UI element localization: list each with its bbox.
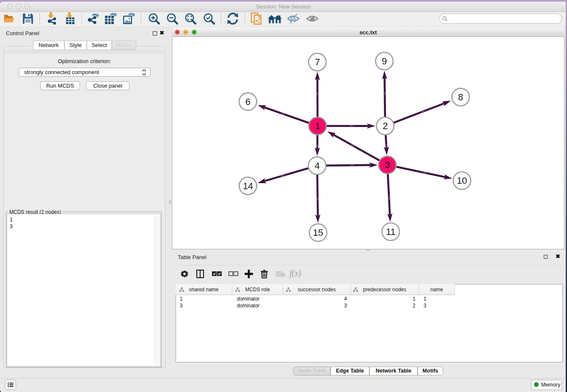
- svg-text:7: 7: [315, 57, 320, 67]
- svg-text:1: 1: [315, 121, 320, 131]
- svg-text:8: 8: [458, 92, 463, 102]
- svg-text:14: 14: [243, 181, 253, 191]
- svg-text:2: 2: [383, 121, 388, 131]
- svg-text:11: 11: [386, 226, 396, 237]
- svg-text:10: 10: [457, 175, 467, 186]
- svg-text:4: 4: [314, 160, 319, 171]
- svg-text:6: 6: [245, 97, 250, 107]
- svg-text:3: 3: [385, 160, 390, 170]
- svg-text:9: 9: [382, 56, 387, 66]
- svg-text:15: 15: [313, 227, 323, 238]
